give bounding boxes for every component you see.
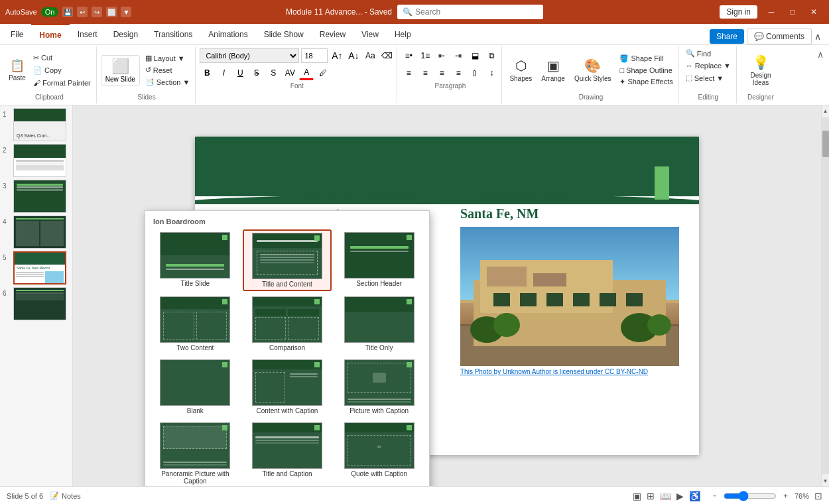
tab-slideshow[interactable]: Slide Show — [256, 24, 312, 44]
shape-effects-button[interactable]: ✦ Shape Effects — [617, 76, 675, 88]
scroll-up-arrow[interactable]: ▲ — [822, 105, 830, 116]
align-left-button[interactable]: ≡ — [401, 66, 416, 80]
scroll-track[interactable] — [822, 117, 830, 474]
layout-item-picture-with-caption[interactable]: Picture with Caption — [334, 357, 424, 417]
slide-thumb-4[interactable]: 4 — [3, 216, 70, 249]
maximize-button[interactable]: □ — [783, 4, 802, 20]
slide-thumb-3[interactable]: 3 — [3, 180, 70, 213]
notes-button[interactable]: 📝 Notes — [50, 491, 81, 500]
clear-format-button[interactable]: ⌫ — [379, 48, 394, 63]
select-button[interactable]: ⬚ Select▼ — [683, 72, 726, 84]
search-input[interactable] — [415, 7, 535, 17]
zoom-minus[interactable]: － — [711, 491, 718, 501]
slide-5-thumbnail[interactable]: Santa Fe, New Mexico — [13, 251, 66, 284]
justify-button[interactable]: ≡ — [451, 66, 466, 80]
scroll-down-arrow[interactable]: ▼ — [822, 475, 830, 486]
shapes-button[interactable]: ⬡ Shapes — [506, 56, 535, 84]
char-spacing-button[interactable]: AV — [283, 66, 297, 80]
bullets-button[interactable]: ≡• — [401, 48, 416, 63]
zoom-plus[interactable]: ＋ — [782, 491, 789, 501]
align-right-button[interactable]: ≡ — [434, 66, 449, 80]
design-ideas-button[interactable]: 💡 Design Ideas — [741, 52, 781, 88]
tab-view[interactable]: View — [353, 24, 387, 44]
layout-item-quote-with-caption[interactable]: " Quote with Caption — [334, 420, 424, 486]
font-size-input[interactable] — [301, 48, 328, 63]
copy-button[interactable]: 📄Copy — [31, 65, 94, 76]
arrange-button[interactable]: ▣ Arrange — [538, 56, 568, 84]
layout-item-panoramic-picture[interactable]: Panoramic Picture with Caption — [151, 420, 240, 486]
quick-styles-button[interactable]: 🎨 Quick Styles — [571, 56, 615, 84]
save-icon[interactable]: 💾 — [62, 7, 73, 17]
layout-item-section-header[interactable]: Section Header — [334, 229, 424, 291]
minimize-button[interactable]: ─ — [761, 4, 781, 20]
accessibility-button[interactable]: ♿ — [689, 491, 700, 501]
increase-font-button[interactable]: A↑ — [330, 48, 344, 63]
tab-transitions[interactable]: Transitions — [146, 24, 200, 44]
slide-1-thumbnail[interactable]: Q3 Sales Com... — [13, 108, 66, 141]
shape-fill-button[interactable]: 🪣 Shape Fill — [617, 53, 675, 64]
customize-icon[interactable]: ▼ — [121, 7, 131, 17]
tab-insert[interactable]: Insert — [70, 24, 105, 44]
slide-thumb-1[interactable]: 1 Q3 Sales Com... — [3, 108, 70, 141]
align-center-button[interactable]: ≡ — [418, 66, 432, 80]
slide-thumb-5[interactable]: 5 Santa Fe, New Mexico — [3, 251, 70, 284]
slide-3-thumbnail[interactable] — [13, 180, 66, 213]
slide-6-thumbnail[interactable] — [13, 287, 66, 320]
share-button[interactable]: Share — [710, 29, 744, 44]
line-spacing-button[interactable]: ↕ — [484, 66, 499, 80]
slide-2-thumbnail[interactable] — [13, 144, 66, 177]
bold-button[interactable]: B — [200, 66, 214, 80]
numbering-button[interactable]: 1≡ — [418, 48, 432, 63]
layout-item-title-and-caption[interactable]: Title and Caption — [243, 420, 332, 486]
strikethrough-button[interactable]: S̶ — [249, 66, 264, 80]
layout-item-content-with-caption[interactable]: Content with Caption — [243, 357, 332, 417]
redo-icon[interactable]: ↪ — [92, 7, 102, 17]
vertical-scrollbar[interactable]: ▲ ▼ — [821, 105, 829, 486]
reading-view-button[interactable]: 📖 — [660, 491, 671, 501]
layout-item-title-and-content[interactable]: Title and Content — [243, 229, 332, 291]
layout-item-blank[interactable]: Blank — [151, 357, 240, 417]
layout-item-title-only[interactable]: Title Only — [334, 294, 424, 354]
font-family-select[interactable]: Calibri (Body) — [200, 48, 299, 63]
normal-view-button[interactable]: ▣ — [633, 491, 641, 501]
text-direction-button[interactable]: ⬓ — [468, 48, 482, 63]
find-button[interactable]: 🔍 Find — [683, 48, 714, 59]
replace-button[interactable]: ↔ Replace▼ — [683, 60, 733, 71]
shape-outline-button[interactable]: □ Shape Outline — [617, 65, 675, 76]
zoom-slider[interactable] — [724, 491, 777, 501]
autosave-toggle[interactable]: On — [41, 7, 59, 17]
signin-button[interactable]: Sign in — [720, 5, 757, 19]
decrease-font-button[interactable]: A↓ — [346, 48, 361, 63]
reset-button[interactable]: ↺ Reset — [143, 64, 193, 76]
slide-4-thumbnail[interactable] — [13, 216, 66, 249]
cut-button[interactable]: ✂Cut — [31, 52, 94, 64]
convert-to-smartart-button[interactable]: ⧉ — [484, 48, 499, 63]
layout-item-two-content[interactable]: Two Content — [151, 294, 240, 354]
underline-button[interactable]: U — [233, 66, 247, 80]
italic-button[interactable]: I — [216, 66, 231, 80]
section-button[interactable]: 📑 Section ▼ — [143, 76, 193, 88]
change-case-button[interactable]: Aa — [363, 48, 377, 63]
layout-button[interactable]: ▦ Layout ▼ — [143, 52, 193, 64]
fit-to-window-button[interactable]: ⊡ — [814, 491, 822, 501]
undo-icon[interactable]: ↩ — [77, 7, 88, 17]
slideshow-button[interactable]: ▶ — [676, 491, 684, 501]
scroll-thumb[interactable] — [822, 131, 829, 157]
columns-button[interactable]: ⫿ — [468, 66, 482, 80]
close-button[interactable]: ✕ — [804, 4, 824, 20]
layout-item-title-slide[interactable]: Title Slide — [151, 229, 240, 291]
slide-thumb-2[interactable]: 2 — [3, 144, 70, 177]
tab-home[interactable]: Home — [31, 24, 69, 44]
font-color-button[interactable]: A — [299, 66, 314, 80]
text-shadow-button[interactable]: S — [266, 66, 281, 80]
tab-animations[interactable]: Animations — [200, 24, 255, 44]
slide-sorter-button[interactable]: ⊞ — [647, 491, 655, 501]
highlight-button[interactable]: 🖊 — [316, 66, 330, 80]
collapse-ribbon-button[interactable]: ∧ — [814, 31, 821, 42]
layout-item-comparison[interactable]: Comparison — [243, 294, 332, 354]
format-painter-button[interactable]: 🖌Format Painter — [31, 78, 94, 88]
paste-button[interactable]: 📋 Paste — [5, 56, 29, 84]
tab-help[interactable]: Help — [387, 24, 419, 44]
increase-indent-button[interactable]: ⇥ — [451, 48, 466, 63]
decrease-indent-button[interactable]: ⇤ — [434, 48, 449, 63]
